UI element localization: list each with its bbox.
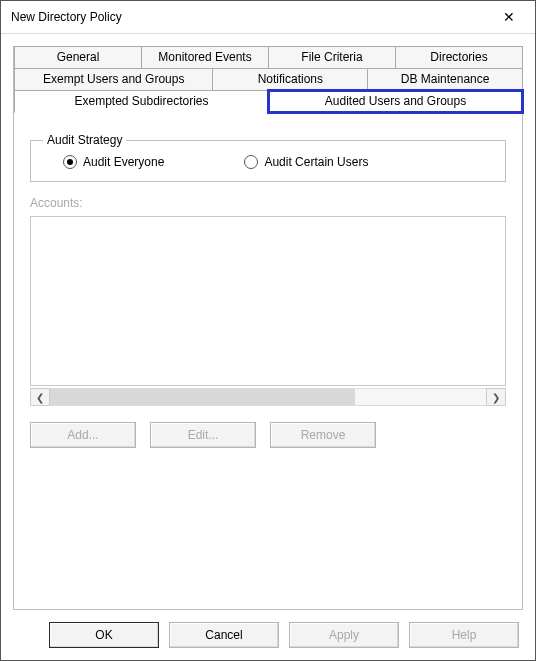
scroll-thumb[interactable] xyxy=(50,389,355,405)
edit-button[interactable]: Edit... xyxy=(150,422,256,448)
radio-icon xyxy=(63,155,77,169)
cancel-button[interactable]: Cancel xyxy=(169,622,279,648)
account-buttons-row: Add... Edit... Remove xyxy=(30,422,506,448)
tab-file-criteria[interactable]: File Criteria xyxy=(268,46,396,69)
tab-exempted-subdirectories[interactable]: Exempted Subdirectories xyxy=(14,90,269,113)
help-button[interactable]: Help xyxy=(409,622,519,648)
tab-strip: General Monitored Events File Criteria D… xyxy=(14,47,522,113)
apply-button[interactable]: Apply xyxy=(289,622,399,648)
window-title: New Directory Policy xyxy=(11,10,122,24)
tab-directories[interactable]: Directories xyxy=(395,46,523,69)
client-area: General Monitored Events File Criteria D… xyxy=(1,34,535,660)
close-icon: ✕ xyxy=(503,9,515,25)
ok-button[interactable]: OK xyxy=(49,622,159,648)
radio-audit-everyone[interactable]: Audit Everyone xyxy=(63,155,164,169)
dialog-window: New Directory Policy ✕ General Monitored… xyxy=(0,0,536,661)
tab-db-maintenance[interactable]: DB Maintenance xyxy=(367,68,523,91)
scroll-left-icon[interactable]: ❮ xyxy=(30,388,50,406)
tab-exempt-users-groups[interactable]: Exempt Users and Groups xyxy=(14,68,213,91)
add-button[interactable]: Add... xyxy=(30,422,136,448)
tab-notifications[interactable]: Notifications xyxy=(212,68,368,91)
tab-monitored-events[interactable]: Monitored Events xyxy=(141,46,269,69)
accounts-label: Accounts: xyxy=(30,196,506,210)
audit-strategy-group: Audit Strategy Audit Everyone Audit Cert… xyxy=(30,133,506,182)
accounts-hscrollbar[interactable]: ❮ ❯ xyxy=(30,388,506,406)
radio-label: Audit Everyone xyxy=(83,155,164,169)
radio-icon xyxy=(244,155,258,169)
audit-strategy-legend: Audit Strategy xyxy=(43,133,126,147)
tab-audited-users-groups[interactable]: Audited Users and Groups xyxy=(268,90,523,113)
tab-panel-audited-users: Audit Strategy Audit Everyone Audit Cert… xyxy=(14,113,522,609)
radio-audit-certain-users[interactable]: Audit Certain Users xyxy=(244,155,368,169)
radio-label: Audit Certain Users xyxy=(264,155,368,169)
tab-container: General Monitored Events File Criteria D… xyxy=(13,46,523,610)
titlebar: New Directory Policy ✕ xyxy=(1,1,535,34)
remove-button[interactable]: Remove xyxy=(270,422,376,448)
tab-general[interactable]: General xyxy=(14,46,142,69)
scroll-right-icon[interactable]: ❯ xyxy=(486,388,506,406)
dialog-button-row: OK Cancel Apply Help xyxy=(13,610,523,652)
scroll-track[interactable] xyxy=(50,388,486,406)
accounts-listbox[interactable] xyxy=(30,216,506,386)
close-button[interactable]: ✕ xyxy=(489,3,529,31)
